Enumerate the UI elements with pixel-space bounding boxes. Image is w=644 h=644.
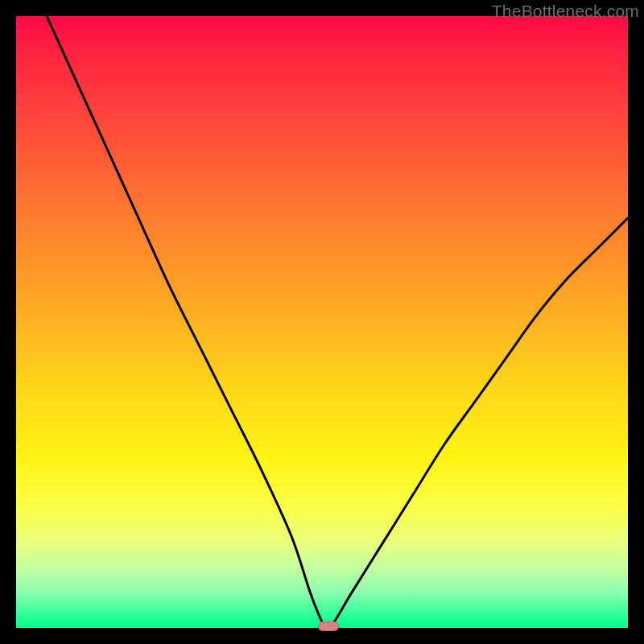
bottleneck-curve <box>16 16 628 628</box>
chart-frame: TheBottleneck.com <box>0 0 644 644</box>
optimal-match-indicator <box>318 621 339 631</box>
watermark-text: TheBottleneck.com <box>492 2 639 21</box>
plot-area <box>16 16 628 628</box>
bottleneck-curve-path <box>47 16 628 628</box>
